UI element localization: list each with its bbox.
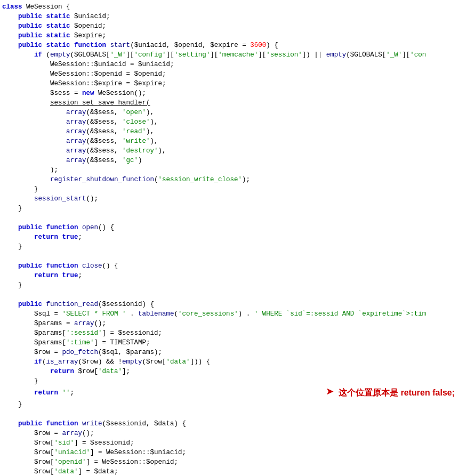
code-line: public static $expire; — [0, 31, 459, 41]
code-line: $params = array(); — [0, 319, 459, 328]
code-line: ); — [0, 165, 459, 175]
code-line — [0, 213, 459, 223]
code-line: return $row['data']; — [0, 367, 459, 376]
code-line — [0, 252, 459, 261]
code-line: if(is_array($row) && !empty($row['data']… — [0, 357, 459, 367]
annotation-text: 这个位置原本是 returen false; — [339, 388, 455, 398]
code-line: $row = array(); — [0, 429, 459, 438]
code-line: $sql = 'SELECT * FROM ' . tablename('cor… — [0, 309, 459, 319]
code-line: return true; — [0, 232, 459, 242]
code-line: $row['uniacid'] = WeSession::$uniacid; — [0, 448, 459, 457]
code-line: } — [0, 204, 459, 213]
code-line: WeSession::$openid = $openid; — [0, 69, 459, 79]
code-line: public static $uniacid; — [0, 12, 459, 21]
code-line — [0, 290, 459, 300]
code-line: $row['data'] = $data; — [0, 467, 459, 476]
code-line: WeSession::$uniacid = $uniacid; — [0, 60, 459, 69]
code-container: class WeSession { public static $uniacid… — [0, 0, 459, 476]
code-line: register_shutdown_function('session_writ… — [0, 175, 459, 184]
code-line — [0, 409, 459, 419]
code-line: array(&$sess, 'write'), — [0, 136, 459, 146]
code-line: array(&$sess, 'gc') — [0, 156, 459, 165]
code-line: public function_read($sessionid) { — [0, 300, 459, 309]
code-line: public static $openid; — [0, 21, 459, 31]
code-line: $sess = new WeSession(); — [0, 88, 459, 98]
code-line: array(&$sess, 'open'), — [0, 108, 459, 117]
code-line: array(&$sess, 'destroy'), — [0, 146, 459, 156]
code-line: public function write($sessionid, $data)… — [0, 419, 459, 429]
code-line: public function open() { — [0, 223, 459, 232]
annotation-arrow: ➤ — [326, 386, 335, 400]
code-line: WeSession::$expire = $expire; — [0, 79, 459, 88]
code-line: session_set_save_handler( — [0, 98, 459, 108]
code-line: } — [0, 242, 459, 252]
code-line: $params[':time'] = TIMESTAMP; — [0, 338, 459, 348]
code-line: public static function start($uniacid, $… — [0, 41, 459, 50]
code-line: session_start(); — [0, 194, 459, 204]
code-line: array(&$sess, 'read'), — [0, 127, 459, 136]
code-line: } — [0, 376, 459, 386]
code-line: } — [0, 184, 459, 194]
code-line: } — [0, 280, 459, 290]
annotated-line: return ''; ➤ 这个位置原本是 returen false; — [0, 386, 459, 400]
code-line: } — [0, 400, 459, 409]
code-line: $row['openid'] = WeSession::$openid; — [0, 457, 459, 467]
code-line: $row['sid'] = $sessionid; — [0, 438, 459, 448]
code-line: return true; — [0, 271, 459, 280]
code-line: public function close() { — [0, 261, 459, 271]
code-line: array(&$sess, 'close'), — [0, 117, 459, 127]
code-line: class WeSession { — [0, 2, 459, 12]
code-line: if (empty($GLOBALS['_W']['config']['sett… — [0, 50, 459, 60]
code-line: $params[':sessid'] = $sessionid; — [0, 328, 459, 338]
code-line: $row = pdo_fetch($sql, $params); — [0, 348, 459, 357]
